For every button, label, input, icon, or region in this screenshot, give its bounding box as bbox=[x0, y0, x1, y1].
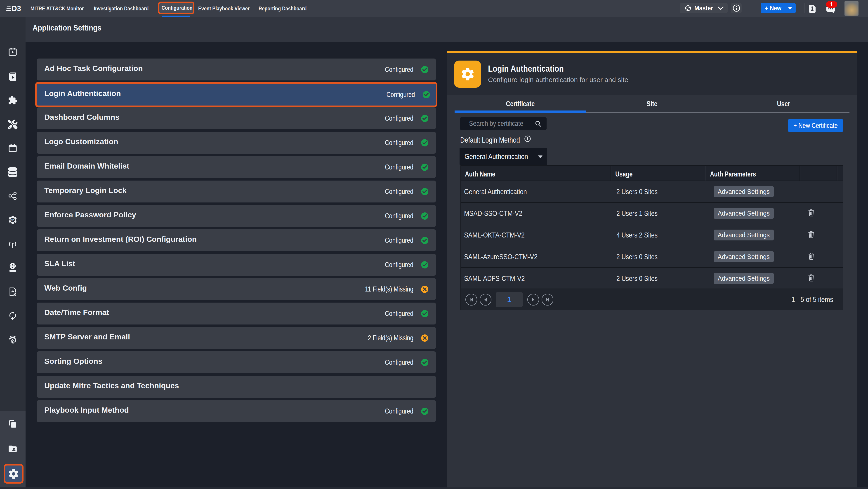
svg-text:API: API bbox=[11, 219, 14, 221]
svg-text:D3: D3 bbox=[11, 5, 21, 12]
